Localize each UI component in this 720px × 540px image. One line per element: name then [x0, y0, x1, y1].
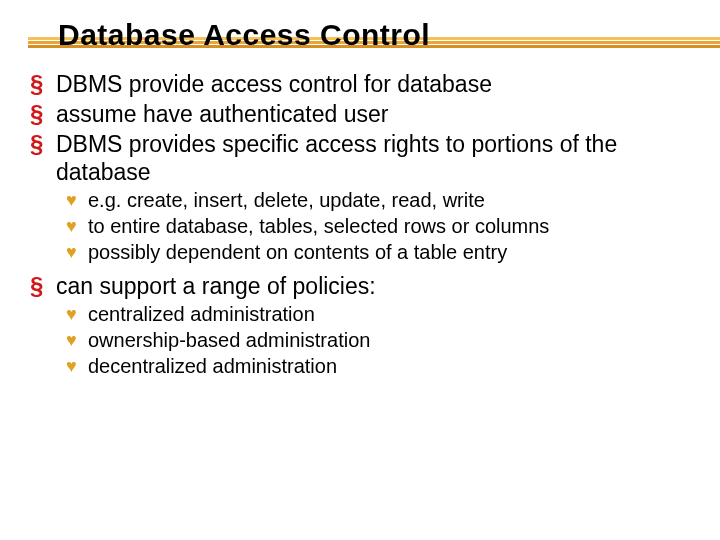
title-block: Database Access Control [58, 18, 692, 52]
list-item: ♥ centralized administration [66, 302, 692, 326]
heart-icon: ♥ [66, 188, 88, 212]
list-item: § can support a range of policies: [30, 272, 692, 300]
list-item: ♥ decentralized administration [66, 354, 692, 378]
list-item: § DBMS provides specific access rights t… [30, 130, 692, 186]
list-item: § DBMS provide access control for databa… [30, 70, 692, 98]
slide: Database Access Control § DBMS provide a… [0, 0, 720, 540]
section-icon: § [30, 130, 56, 158]
heart-icon: ♥ [66, 302, 88, 326]
list-item: ♥ e.g. create, insert, delete, update, r… [66, 188, 692, 212]
list-item-text: can support a range of policies: [56, 272, 376, 300]
list-item-text: e.g. create, insert, delete, update, rea… [88, 188, 485, 212]
section-icon: § [30, 70, 56, 98]
list-item-text: possibly dependent on contents of a tabl… [88, 240, 507, 264]
heart-icon: ♥ [66, 240, 88, 264]
list-item-text: centralized administration [88, 302, 315, 326]
list-item-text: DBMS provide access control for database [56, 70, 492, 98]
list-item-text: decentralized administration [88, 354, 337, 378]
list-item-text: DBMS provides specific access rights to … [56, 130, 692, 186]
list-item: ♥ to entire database, tables, selected r… [66, 214, 692, 238]
list-item-text: assume have authenticated user [56, 100, 388, 128]
heart-icon: ♥ [66, 328, 88, 352]
section-icon: § [30, 272, 56, 300]
slide-title: Database Access Control [58, 18, 692, 52]
section-icon: § [30, 100, 56, 128]
list-item: § assume have authenticated user [30, 100, 692, 128]
list-item: ♥ possibly dependent on contents of a ta… [66, 240, 692, 264]
list-item-text: to entire database, tables, selected row… [88, 214, 549, 238]
list-item: ♥ ownership-based administration [66, 328, 692, 352]
heart-icon: ♥ [66, 354, 88, 378]
content: § DBMS provide access control for databa… [28, 70, 692, 378]
list-item-text: ownership-based administration [88, 328, 370, 352]
heart-icon: ♥ [66, 214, 88, 238]
